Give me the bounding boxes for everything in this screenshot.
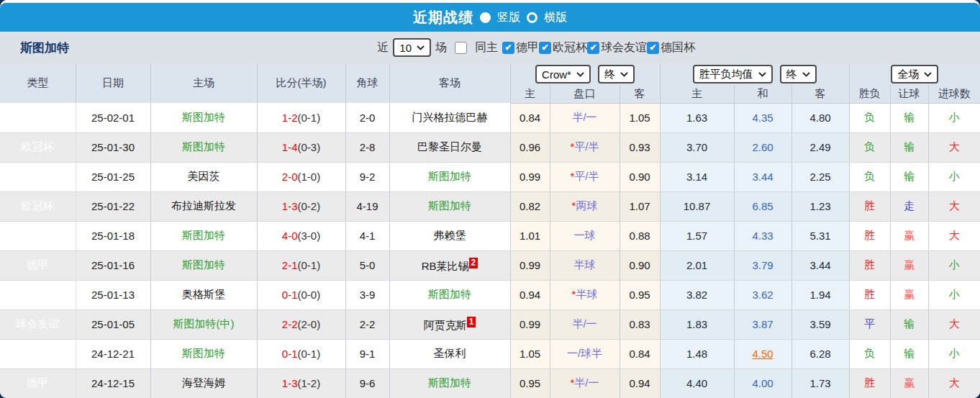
bookmaker-select[interactable]: Crow* — [535, 65, 591, 83]
match-date: 24-12-21 — [76, 339, 150, 368]
corners-cell: 4-19 — [345, 191, 389, 221]
avg-draw-odds-value[interactable]: 3.87 — [752, 318, 773, 330]
match-count-select[interactable]: 10 — [393, 38, 431, 57]
avg-away-odds-cell: 1.94 — [791, 280, 849, 309]
avg-away-odds-cell: 3.59 — [791, 309, 849, 339]
handicap-line: 半球 — [574, 258, 596, 271]
league-filter-label: 欧冠杯 — [553, 40, 587, 55]
away-team-name: 斯图加特 — [428, 170, 471, 182]
avg-draw-odds-value[interactable]: 4.33 — [752, 230, 773, 242]
chevron-down-icon — [802, 72, 810, 77]
result-wdl: 负 — [864, 347, 875, 359]
result-goals-cell: 大 — [928, 368, 980, 398]
matches-label: 场 — [435, 40, 447, 55]
vertical-layout-label[interactable]: 竖版 — [497, 10, 520, 25]
home-team-name: 海登海姆 — [182, 376, 225, 389]
home-team: 海登海姆 — [150, 368, 257, 398]
match-date: 25-01-16 — [76, 250, 150, 280]
result-wdl-cell: 胜 — [849, 280, 890, 309]
away-team-name: 弗赖堡 — [434, 229, 466, 241]
avg-draw-odds-cell: 6.85 — [734, 191, 791, 221]
result-handicap-cell: 赢 — [890, 368, 928, 398]
odds-away-cell: 1.05 — [620, 103, 660, 132]
full-time-score: 0-1 — [282, 348, 298, 360]
odds-home-cell: 0.94 — [510, 280, 550, 309]
handicap-cell: *平/半 — [550, 162, 620, 191]
match-date: 25-02-01 — [76, 103, 150, 132]
match-date: 25-01-30 — [76, 132, 150, 162]
away-team: 阿贾克斯1 — [389, 309, 510, 339]
handicap-cell: 一球 — [550, 221, 620, 250]
checkbox-checked-icon[interactable]: ✔ — [647, 42, 659, 54]
away-team: 斯图加特 — [389, 162, 510, 191]
result-handicap: 赢 — [904, 229, 915, 241]
odds-period-select[interactable]: 终 — [598, 65, 635, 83]
score-cell: 2-2(2-0) — [257, 309, 345, 339]
result-wdl-cell: 胜 — [849, 191, 890, 221]
result-wdl: 平 — [864, 317, 875, 330]
avg-home-odds-cell: 1.57 — [660, 221, 734, 250]
checkbox-checked-icon[interactable]: ✔ — [539, 42, 551, 54]
home-team-name: 斯图加特 — [182, 111, 225, 123]
result-wdl: 胜 — [864, 376, 875, 389]
match-date: 25-01-25 — [76, 162, 150, 191]
league-filter-qiuhuiyouyi[interactable]: ✔ 球会友谊 — [587, 40, 647, 55]
avg-draw-odds-cell: 4.00 — [734, 368, 791, 398]
handicap-line: 半/一 — [572, 111, 596, 123]
period-scope-select[interactable]: 全场 — [891, 65, 938, 83]
corners-cell: 5-0 — [345, 250, 389, 280]
league-filter-ouguanbei[interactable]: ✔ 欧冠杯 — [539, 40, 587, 55]
avg-draw-odds-cell: 4.33 — [734, 221, 791, 250]
avg-period-select[interactable]: 终 — [780, 65, 817, 83]
avg-draw-odds-value[interactable]: 4.50 — [752, 348, 773, 360]
away-team: 弗赖堡 — [389, 221, 510, 250]
avg-draw-odds-value[interactable]: 3.44 — [752, 171, 773, 183]
league-filter-dejia[interactable]: ✔ 德甲 — [502, 40, 539, 55]
avg-draw-odds-value[interactable]: 4.35 — [752, 112, 773, 124]
handicap-cell: 一/球半 — [550, 339, 620, 368]
avg-draw-odds-value[interactable]: 4.00 — [752, 377, 773, 389]
avg-draw-odds-value[interactable]: 2.60 — [752, 141, 773, 153]
column-header-corners: 角球 — [345, 63, 389, 103]
corners-cell: 2-0 — [345, 103, 389, 132]
result-goals-cell: 小 — [928, 103, 980, 132]
handicap-line: 一球 — [574, 229, 596, 241]
avg-home-odds-cell: 3.82 — [660, 280, 734, 309]
league-filter-label: 德甲 — [516, 40, 539, 55]
league-filter-deguobei[interactable]: ✔ 德国杯 — [647, 40, 695, 55]
home-team-name: 奥格斯堡 — [182, 288, 225, 300]
handicap-cell: 半/一 — [550, 309, 620, 339]
result-handicap: 输 — [904, 317, 915, 330]
odds-home-cell: 0.84 — [510, 103, 550, 132]
avg-odds-select[interactable]: 胜平负均值 — [693, 65, 773, 83]
handicap-line: 一/球半 — [567, 347, 602, 359]
avg-draw-odds-value[interactable]: 3.79 — [752, 259, 773, 271]
odds-home-cell: 0.95 — [510, 368, 550, 398]
avg-draw-odds-value[interactable]: 6.85 — [752, 200, 773, 212]
checkbox-checked-icon[interactable]: ✔ — [502, 42, 514, 54]
red-card-badge: 1 — [467, 317, 476, 327]
page-title: 近期战绩 — [413, 8, 473, 27]
half-time-score: (0-3) — [298, 141, 321, 153]
result-handicap: 赢 — [904, 258, 915, 271]
league-badge: 欧冠杯 — [0, 132, 76, 162]
vertical-layout-radio[interactable] — [480, 12, 491, 23]
odds-home-cell: 0.96 — [510, 132, 550, 162]
horizontal-layout-label[interactable]: 横版 — [544, 10, 567, 25]
corners-cell: 2-2 — [345, 309, 389, 339]
checkbox-checked-icon[interactable]: ✔ — [587, 42, 599, 54]
horizontal-layout-radio[interactable] — [527, 12, 537, 23]
match-count-value: 10 — [399, 42, 412, 54]
league-badge: 欧冠杯 — [0, 191, 76, 221]
handicap-cell: 半球 — [550, 250, 620, 280]
widget-frame: 近期战绩 竖版 横版 斯图加特 近 10 场 同主 ✔ 德甲 ✔ 欧冠杯 — [0, 0, 980, 398]
red-card-badge: 2 — [469, 258, 478, 268]
avg-draw-odds-value[interactable]: 3.62 — [752, 289, 773, 301]
score-cell: 1-2(0-1) — [257, 103, 345, 132]
home-team: 美因茨 — [150, 162, 257, 191]
league-badge: 德甲 — [0, 162, 76, 191]
corners-cell: 9-2 — [345, 162, 389, 191]
result-handicap-cell: 输 — [890, 339, 928, 368]
same-home-checkbox[interactable] — [455, 42, 467, 54]
full-time-score: 1-2 — [282, 112, 298, 124]
